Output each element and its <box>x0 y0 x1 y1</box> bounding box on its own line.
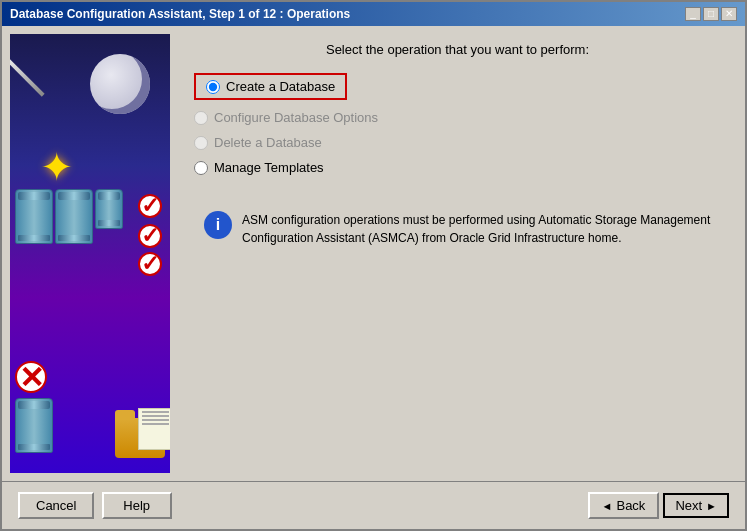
radio-configure-database <box>194 111 208 125</box>
label-delete-database: Delete a Database <box>214 135 322 150</box>
barrels-bottom <box>15 398 53 453</box>
radio-group: Create a Database Configure Database Opt… <box>194 73 721 175</box>
right-panel: Select the operation that you want to pe… <box>170 26 745 481</box>
back-button[interactable]: ◄ Back <box>588 492 660 519</box>
radio-manage-templates[interactable] <box>194 161 208 175</box>
left-panel-image: ✦ ✓ ✓ ✓ ✕ <box>10 34 170 473</box>
barrel-2 <box>55 189 93 244</box>
label-configure-database: Configure Database Options <box>214 110 378 125</box>
barrel-1 <box>15 189 53 244</box>
close-button[interactable]: ✕ <box>721 7 737 21</box>
window-title: Database Configuration Assistant, Step 1… <box>10 7 350 21</box>
wand-stick <box>10 51 45 96</box>
minimize-button[interactable]: _ <box>685 7 701 21</box>
next-button[interactable]: Next ► <box>663 493 729 518</box>
radio-create-database[interactable] <box>206 80 220 94</box>
selected-option-box: Create a Database <box>194 73 347 100</box>
title-bar-controls: _ □ ✕ <box>685 7 737 21</box>
option-manage-templates[interactable]: Manage Templates <box>194 160 721 175</box>
nav-buttons: ◄ Back Next ► <box>588 492 729 519</box>
title-bar: Database Configuration Assistant, Step 1… <box>2 2 745 26</box>
doc-stack <box>138 408 170 450</box>
cancel-button[interactable]: Cancel <box>18 492 94 519</box>
content-area: ✦ ✓ ✓ ✓ ✕ <box>2 26 745 481</box>
check-badge-2: ✓ <box>138 224 162 248</box>
next-label: Next <box>675 498 702 513</box>
button-bar: Cancel Help ◄ Back Next ► <box>2 481 745 529</box>
option-delete-database: Delete a Database <box>194 135 721 150</box>
barrels-top <box>15 189 123 244</box>
barrel-3 <box>95 189 123 229</box>
help-button[interactable]: Help <box>102 492 172 519</box>
documents-decoration <box>115 418 165 458</box>
back-arrow-icon: ◄ <box>602 500 613 512</box>
wand-decoration <box>10 51 45 96</box>
x-mark-decoration: ✕ <box>15 361 47 393</box>
check-badge-3: ✓ <box>138 252 162 276</box>
label-manage-templates[interactable]: Manage Templates <box>214 160 324 175</box>
left-panel: ✦ ✓ ✓ ✓ ✕ <box>10 34 170 473</box>
next-arrow-icon: ► <box>706 500 717 512</box>
sparkle-decoration: ✦ <box>40 144 74 190</box>
barrel-bottom-1 <box>15 398 53 453</box>
label-create-database[interactable]: Create a Database <box>226 79 335 94</box>
moon-decoration <box>90 54 150 114</box>
info-icon: i <box>204 211 232 239</box>
check-badge-1: ✓ <box>138 194 162 218</box>
document-1 <box>138 408 170 450</box>
maximize-button[interactable]: □ <box>703 7 719 21</box>
main-window: Database Configuration Assistant, Step 1… <box>0 0 747 531</box>
info-text: ASM configuration operations must be per… <box>242 211 711 247</box>
instruction-text: Select the operation that you want to pe… <box>194 42 721 57</box>
back-label: Back <box>616 498 645 513</box>
option-create-database[interactable]: Create a Database <box>194 73 721 100</box>
option-configure-database: Configure Database Options <box>194 110 721 125</box>
radio-delete-database <box>194 136 208 150</box>
info-box: i ASM configuration operations must be p… <box>194 211 721 247</box>
